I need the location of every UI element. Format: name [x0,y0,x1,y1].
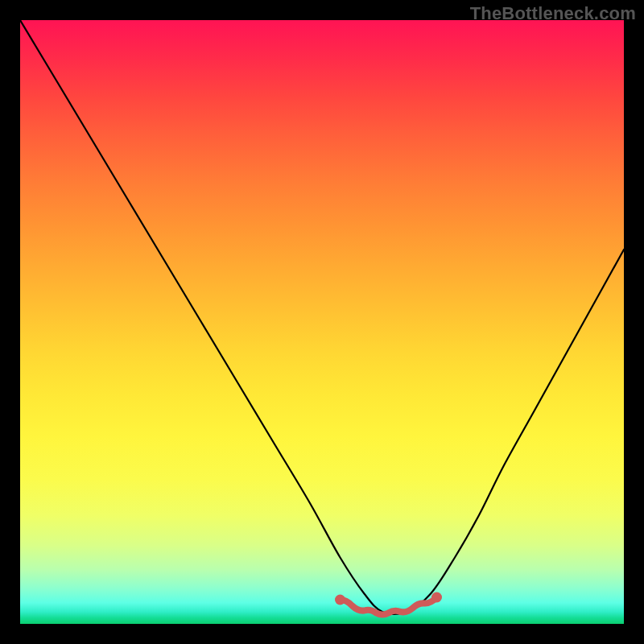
bottom-markers [335,592,442,615]
plot-area [20,20,624,624]
watermark-text: TheBottleneck.com [470,3,636,24]
curve-layer [20,20,624,624]
marker-dot-right [431,592,442,603]
marker-dot-left [335,595,345,605]
v-curve-line [20,20,624,614]
bottom-squiggle [341,597,437,615]
chart-stage: TheBottleneck.com [0,0,644,644]
